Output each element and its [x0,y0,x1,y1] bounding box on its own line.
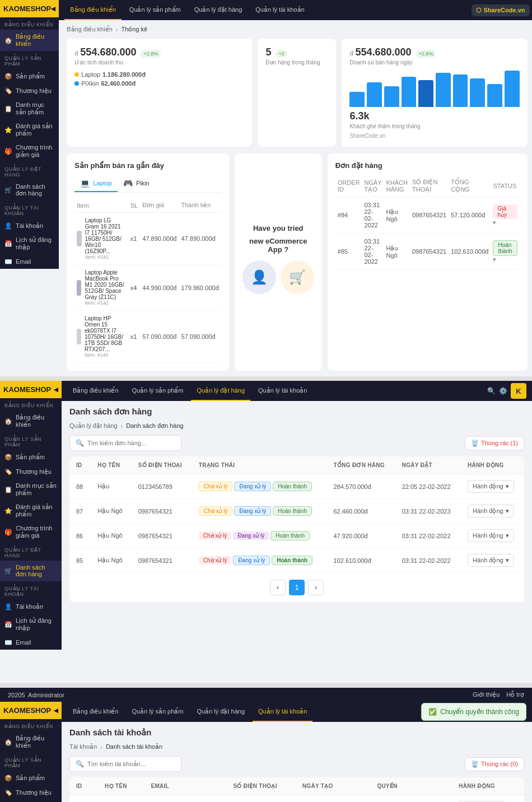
acc-phone: 0987654321 [227,795,296,803]
action-button[interactable]: Hành động ▾ [468,505,514,517]
row-name: Hậu [91,474,131,499]
sidebar-toggle[interactable]: ◀ [51,6,55,12]
nav-accounts[interactable]: Quản lý tài khoản [250,0,310,20]
prev-page[interactable]: ‹ [270,580,286,595]
search-bar-3[interactable]: 🔍 [69,756,181,772]
sidebar-item-categories-3[interactable]: 📋 Danh mục sản phẩm [0,800,62,802]
status-cho-xu-ly[interactable]: Chờ xử lý [199,482,233,491]
sidebar-item-orders1[interactable]: 🛒 Danh sách đơn hàng [0,180,59,200]
nav2-dashboard[interactable]: Bảng điều khiển [67,381,124,401]
support-link[interactable]: Hỗ trợ [506,691,524,698]
status-hoan-thanh[interactable]: Hoàn thành [270,531,310,540]
sidebar-item-products-3[interactable]: 📦 Sản phẩm [0,771,62,785]
product-qty: x1 [128,311,140,363]
search-input-accounts[interactable] [87,761,175,767]
sidebar-item-discounts-2[interactable]: 🎁 Chương trình giảm giá [0,521,62,543]
action-arrow[interactable]: ▾ [493,219,496,226]
nav2-orders[interactable]: Quản lý đặt hàng [191,381,250,401]
sidebar-toggle-3[interactable]: ◀ [54,707,58,714]
search-icon-2[interactable]: 🔍 [487,387,496,395]
next-page[interactable]: › [308,580,324,595]
status-hoan-thanh[interactable]: Hoàn thành [273,482,312,491]
trash-button-accounts[interactable]: 🗑️ Thùng rác (0) [465,757,524,771]
breadcrumb-link-2[interactable]: Quản lý đặt hàng [69,422,118,430]
status-hoan-thanh[interactable]: Hoàn thành [272,556,312,565]
th-email-acc: EMAIL [144,777,226,795]
nav3-orders[interactable]: Quản lý đặt hàng [191,702,250,722]
section-title-dashboard: Bảng điều khiển [0,17,59,30]
revenue-card: đ 554.680.000 +2.8% Ước tính doanh thu L… [67,39,252,147]
sidebar-item-email1[interactable]: ✉️ Email [0,254,59,269]
intro-link[interactable]: Giới thiệu [473,691,500,698]
sidebar-item-dashboard-3[interactable]: 🏠 Bảng điều khiển [0,731,62,753]
sidebar-item-brands[interactable]: 🏷️ Thương hiệu [0,83,59,98]
orders-count: 5 [265,46,271,58]
search-bar-2[interactable]: 🔍 [69,435,181,451]
sidebar-item-orderlist[interactable]: 🛒 Danh sách đơn hàng [0,561,62,581]
status-cho-xu-ly[interactable]: Chờ xử lý [199,556,232,565]
sidebar-logo[interactable]: KAOMESHOP ◀ [0,0,59,17]
sidebar-item-dashboard[interactable]: 🏠 Bảng điều khiển [0,30,59,51]
sidebar-logo-3[interactable]: KAOMESHOP ◀ [0,702,62,719]
nav-dashboard[interactable]: Bảng điều khiển [64,0,122,20]
sidebar-item-history-2[interactable]: 📅 Lịch sử đăng nhập [0,614,62,635]
success-message: Chuyển quyền thành công [440,708,519,716]
sidebar-item-login-history1[interactable]: 📅 Lịch sử đăng nhập [0,233,59,254]
status-dang-xu-ly[interactable]: Đang xử lý [234,482,271,491]
breadcrumb-current-2: Danh sách đơn hàng [126,422,183,430]
sidebar-item-discounts[interactable]: 🎁 Chương trình giảm giá [0,141,59,162]
sidebar-item-categories-2[interactable]: 📋 Danh mục sản phẩm [0,479,62,500]
status-dang-xu-ly[interactable]: Đang xử lý [233,556,270,565]
history-icon-2: 📅 [4,621,12,628]
tab-pixkin[interactable]: 🎮 Pikin [118,175,155,192]
action-button[interactable]: Hành động ▾ [468,480,514,493]
success-notification: ✅ Chuyển quyền thành công [421,703,526,721]
table-row: Laptop HP Omen 15 ek0078TX I7 10750H/ 16… [74,311,221,363]
trash-button-orders[interactable]: 🗑️ Thùng rác (1) [465,436,524,450]
nav3-accounts[interactable]: Quản lý tài khoản [253,702,312,722]
nav3-products[interactable]: Quản lý sản phẩm [127,702,189,722]
settings-icon-2[interactable]: ⚙️ [499,387,507,395]
promo-subtitle: new eCommerce App ? [242,237,314,254]
sidebar-item-categories[interactable]: 📋 Danh mục sản phẩm [0,98,59,119]
nav-products[interactable]: Quản lý sản phẩm [124,0,186,20]
breadcrumb-link-3[interactable]: Tài khoản [69,743,97,750]
page-1[interactable]: 1 [289,580,305,595]
sidebar-item-brands-2[interactable]: 🏷️ Thương hiệu [0,464,62,479]
action-arrow[interactable]: ▾ [493,256,496,263]
nav3-dashboard[interactable]: Bảng điều khiển [67,702,124,722]
row-total: 102.610.000đ [327,548,395,573]
th-id-acc: ID [69,777,98,795]
action-button[interactable]: Hành động ▾ [468,529,514,542]
status-dang-xu-ly[interactable]: Đang xử lý [234,506,271,516]
sidebar-item-products[interactable]: 📦 Sản phẩm [0,69,59,83]
sidebar-item-reviews[interactable]: ⭐ Đánh giá sản phẩm [0,119,59,141]
sidebar-item-reviews-2[interactable]: ⭐ Đánh giá sản phẩm [0,500,62,521]
status-dang-xu-ly[interactable]: Đang xử lý [233,531,269,540]
user-avatar-2[interactable]: K [511,383,526,399]
breadcrumb-link[interactable]: Bảng điều khiển [67,26,113,33]
search-input-orders[interactable] [87,440,175,446]
product-icon: 📦 [4,72,12,80]
sidebar-item-email-2[interactable]: ✉️ Email [0,635,62,650]
sidebar-logo-2[interactable]: KAOMESHOP ◀ [0,381,62,398]
nav2-accounts[interactable]: Quản lý tài khoản [253,381,312,401]
status-cho-xu-ly[interactable]: Chờ xử lý [199,531,232,540]
sidebar-toggle-2[interactable]: ◀ [54,386,58,393]
nav2-products[interactable]: Quản lý sản phẩm [127,381,189,401]
status-cho-xu-ly[interactable]: Chờ xử lý [199,506,233,516]
row-name: Hậu Ngô [91,499,131,524]
sidebar-item-brands-3[interactable]: 🏷️ Thương hiệu [0,785,62,800]
tab-laptop[interactable]: 💻 Laptop [74,175,118,192]
sidebar-item-products-2[interactable]: 📦 Sản phẩm [0,450,62,464]
action-button[interactable]: Hành động ▾ [468,554,514,567]
order-customer: Hậu Ngô [384,234,410,270]
sidebar-item-account1[interactable]: 👤 Tài khoản [0,218,59,233]
sidebar-item-account-2[interactable]: 👤 Tài khoản [0,599,62,614]
nav-orders[interactable]: Quản lý đặt hàng [189,0,248,20]
sidebar-item-label: Đánh giá sản phẩm [16,503,57,518]
th-phone: SỐ ĐIỆN THOẠI [132,456,192,474]
sidebar-item-dashboard-2[interactable]: 🏠 Bảng điều khiển [0,411,62,432]
status-hoan-thanh[interactable]: Hoàn thành [273,506,312,516]
section-title-dashboard-2: Bảng điều khiển [0,398,62,411]
